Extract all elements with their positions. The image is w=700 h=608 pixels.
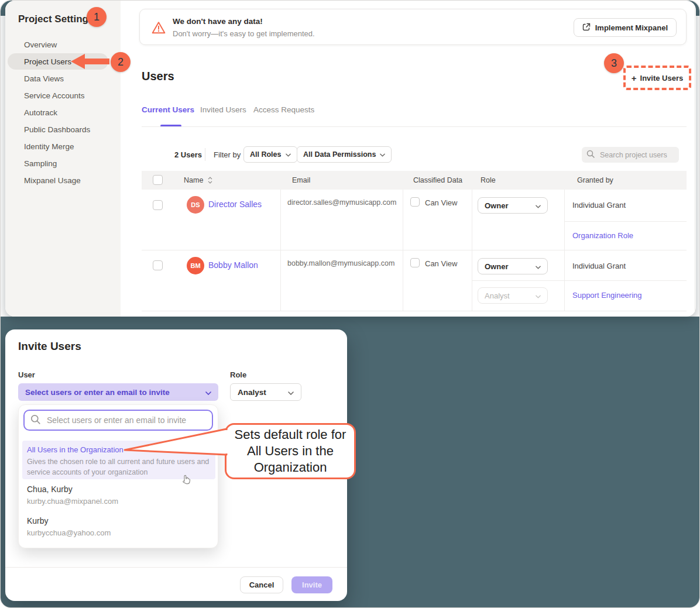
can-view-checkbox[interactable] (410, 258, 420, 267)
sidebar-item-project-users[interactable]: Project Users (24, 57, 71, 66)
screenshot-canvas: Project Settings Overview Project Users … (0, 0, 700, 608)
can-view-label: Can View (425, 259, 457, 268)
can-view-label: Can View (425, 198, 457, 207)
annotation-arrow-icon (71, 54, 111, 69)
implement-mixpanel-label: Implement Mixpanel (595, 23, 668, 32)
step-badge-2: 2 (111, 52, 131, 72)
chevron-down-icon (286, 150, 291, 159)
step-badge-1: 1 (87, 7, 107, 27)
role-value: Owner (485, 262, 508, 271)
users-section-title: Users (142, 70, 174, 83)
card-right-border (695, 6, 695, 311)
sidebar-item-mixpanel-usage[interactable]: Mixpanel Usage (24, 176, 81, 185)
granted-divider (564, 221, 687, 222)
granted-divider (472, 280, 687, 281)
chevron-down-icon (536, 262, 541, 271)
no-data-banner: We don't have any data! Don't worry—it's… (139, 9, 687, 45)
tab-access-requests[interactable]: Access Requests (253, 105, 314, 114)
external-link-icon (582, 23, 591, 33)
all-data-permissions-label: All Data Permissions (303, 150, 376, 159)
tabs-divider (142, 126, 687, 127)
chevron-down-icon (536, 291, 541, 300)
option-name: Chua, Kurby (27, 485, 118, 494)
modal-title: Invite Users (18, 340, 81, 353)
chevron-down-icon (536, 201, 541, 210)
option-email: kurby.chua@mixpanel.com (27, 497, 118, 506)
sidebar-item-autotrack[interactable]: Autotrack (24, 108, 57, 117)
user-select[interactable]: Select users or enter an email to invite (18, 383, 218, 401)
modal-footer-divider (5, 567, 347, 568)
step-badge-3: 3 (604, 53, 624, 73)
granted-by-link[interactable]: Support Engineering (572, 291, 642, 300)
search-project-users (582, 147, 679, 163)
table-row: DS Director Salles director.salles@mymus… (142, 190, 687, 250)
search-icon (586, 150, 595, 160)
all-roles-filter[interactable]: All Roles (243, 146, 297, 163)
granted-by-value: Individual Grant (572, 262, 626, 270)
sidebar-item-identity-merge[interactable]: Identity Merge (24, 142, 74, 151)
role-value: Analyst (485, 291, 510, 300)
table-row: BM Bobby Mallon bobby.mallon@mymusicapp.… (142, 250, 687, 311)
user-email: director.salles@mymusicapp.com (287, 198, 396, 207)
role-select[interactable]: Owner (478, 258, 548, 274)
filter-separator (205, 148, 205, 161)
user-name-link[interactable]: Bobby Mallon (208, 260, 258, 270)
chevron-down-icon (380, 150, 385, 159)
column-role: Role (481, 176, 496, 184)
chevron-down-icon (205, 388, 211, 397)
sort-icon[interactable] (208, 177, 212, 186)
granted-by-link[interactable]: Organization Role (572, 231, 633, 240)
option-title: All Users in the Organization (27, 445, 123, 454)
filter-by-label: Filter by (214, 150, 241, 159)
column-granted-by: Granted by (577, 176, 613, 184)
sidebar-item-service-accounts[interactable]: Service Accounts (24, 91, 85, 100)
callout-tail (121, 424, 229, 461)
tab-invited-users[interactable]: Invited Users (200, 105, 246, 114)
search-input[interactable] (599, 150, 672, 160)
column-email: Email (292, 176, 310, 184)
sidebar-item-data-views[interactable]: Data Views (24, 74, 64, 83)
page-title: Project Settings (18, 13, 94, 25)
row-checkbox[interactable] (153, 200, 163, 210)
banner-title: We don't have any data! (173, 17, 263, 26)
user-name-link[interactable]: Director Salles (208, 200, 262, 209)
invite-button[interactable]: Invite (291, 576, 332, 593)
column-classified-data: Classified Data (413, 176, 462, 184)
table-header: Name Email Classified Data Role Granted … (142, 171, 687, 190)
role-select-value: Analyst (238, 388, 266, 397)
role-field-label: Role (230, 370, 246, 379)
all-roles-label: All Roles (250, 150, 282, 159)
granted-by-value: Individual Grant (572, 201, 626, 209)
tab-current-users[interactable]: Current Users (142, 105, 194, 114)
role-select[interactable]: Owner (478, 197, 548, 214)
chevron-down-icon (288, 388, 294, 397)
callout-bubble: Sets default role for All Users in the O… (225, 423, 356, 479)
plus-icon: + (632, 73, 637, 83)
role-value: Owner (485, 201, 508, 210)
avatar: DS (187, 196, 204, 214)
avatar: BM (187, 257, 204, 274)
cancel-button[interactable]: Cancel (240, 576, 283, 593)
role-select-disabled[interactable]: Analyst (478, 287, 548, 304)
table-bottom-border (142, 311, 687, 311)
sidebar-item-public-dashboards[interactable]: Public Dashboards (24, 125, 90, 134)
sidebar-item-overview[interactable]: Overview (24, 40, 57, 49)
user-email: bobby.mallon@mymusicapp.com (287, 259, 394, 267)
select-all-checkbox[interactable] (153, 175, 163, 185)
option-name: Kurby (27, 516, 111, 525)
users-table: Name Email Classified Data Role Granted … (142, 171, 687, 311)
option-kurby[interactable]: Kurby kurbycchua@yahoo.com (27, 516, 111, 537)
user-select-value: Select users or enter an email to invite (25, 388, 170, 397)
invite-users-button[interactable]: + Invite Users (623, 66, 691, 90)
sidebar: Project Settings Overview Project Users … (5, 1, 121, 317)
invite-users-label: Invite Users (640, 74, 684, 83)
column-name: Name (184, 176, 203, 184)
row-checkbox[interactable] (153, 260, 163, 270)
can-view-checkbox[interactable] (410, 197, 420, 207)
role-select[interactable]: Analyst (230, 383, 301, 401)
banner-subtitle: Don't worry—it's easy to get implemented… (173, 29, 315, 38)
sidebar-item-sampling[interactable]: Sampling (24, 159, 57, 168)
implement-mixpanel-button[interactable]: Implement Mixpanel (574, 18, 677, 37)
all-data-permissions-filter[interactable]: All Data Permissions (297, 146, 392, 163)
option-chua-kurby[interactable]: Chua, Kurby kurby.chua@mixpanel.com (27, 485, 118, 506)
